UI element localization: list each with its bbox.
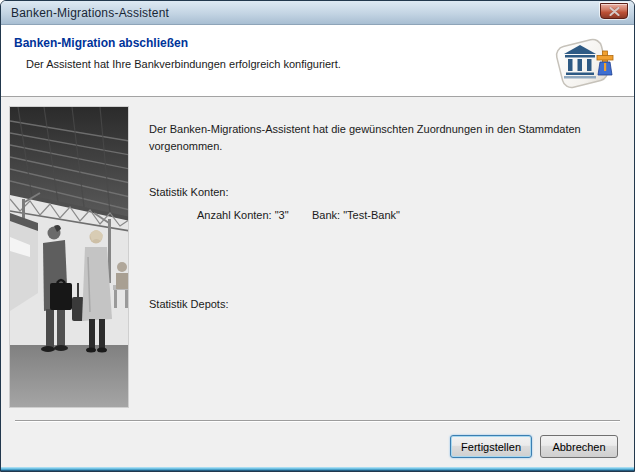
window-title: Banken-Migrations-Assistent [11, 6, 600, 20]
depots-stats-label: Statistik Depots: [149, 298, 228, 310]
content-area: Der Banken-Migrations-Assistent hat die … [1, 98, 634, 471]
dialog-window: Banken-Migrations-Assistent Banken-Migra… [0, 0, 635, 472]
close-icon [609, 7, 620, 16]
titlebar: Banken-Migrations-Assistent [1, 1, 634, 25]
close-button[interactable] [600, 3, 628, 19]
station-photo [9, 106, 129, 408]
result-paragraph: Der Banken-Migrations-Assistent hat die … [149, 121, 581, 155]
page-title: Banken-Migration abschließen [14, 36, 188, 50]
bank-wizard-icon [550, 33, 622, 93]
accounts-count-value: Anzahl Konten: "3" [197, 209, 289, 221]
footer-buttons: Fertigstellen Abbrechen [450, 435, 618, 458]
cancel-button[interactable]: Abbrechen [540, 435, 618, 458]
header: Banken-Migration abschließen Der Assiste… [1, 25, 634, 97]
window-bottom-frame [1, 467, 634, 471]
finish-button[interactable]: Fertigstellen [450, 435, 532, 458]
footer-separator [15, 420, 620, 422]
wizard-badge [550, 33, 622, 93]
header-subtitle: Der Assistent hat Ihre Bankverbindungen … [26, 58, 341, 70]
accounts-stats-label: Statistik Konten: [149, 186, 229, 198]
train-station-photo [10, 107, 129, 408]
accounts-bank-value: Bank: "Test-Bank" [312, 209, 400, 221]
